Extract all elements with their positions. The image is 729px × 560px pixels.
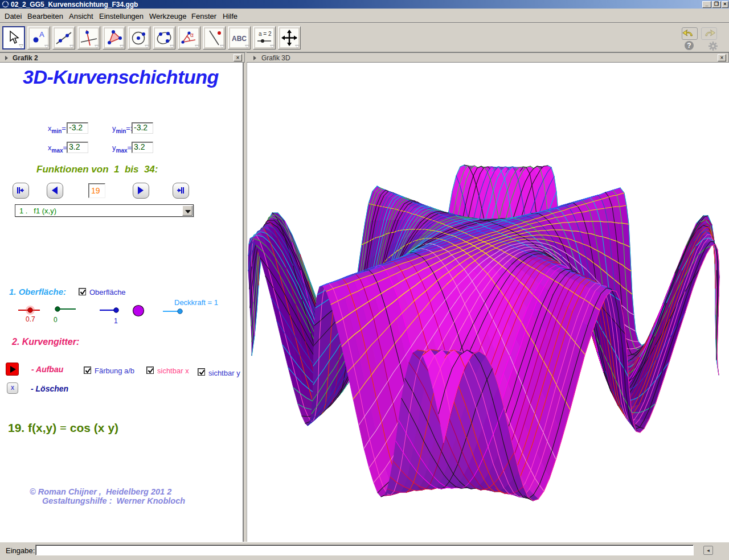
- svg-text:a = 2: a = 2: [259, 31, 272, 37]
- svg-text:0.7: 0.7: [26, 315, 35, 323]
- svg-text:0: 0: [54, 316, 58, 324]
- svg-text:ABC: ABC: [232, 35, 247, 43]
- svg-text:A: A: [39, 30, 44, 39]
- svg-text:1: 1: [114, 317, 118, 324]
- svg-text:α: α: [190, 32, 194, 38]
